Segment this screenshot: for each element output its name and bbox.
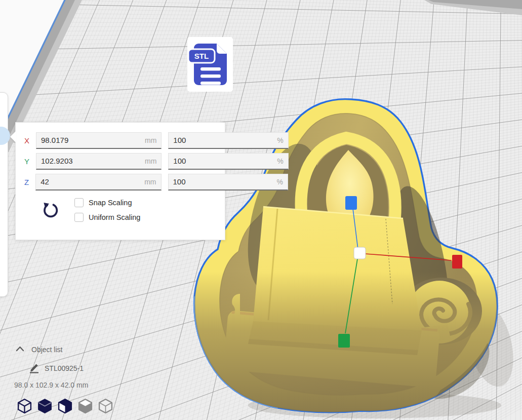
view-solid-cube-icon[interactable] [37,398,53,414]
x-percent-unit: % [277,136,283,144]
scale-row-x: X mm % [24,132,217,149]
scale-handle-y[interactable] [338,334,350,348]
stl-file-icon[interactable]: STL [187,37,233,92]
object-name[interactable]: STL00925-1 [45,364,84,372]
y-percent-input[interactable] [173,157,274,165]
scale-panel: X mm % Y mm % [15,122,225,240]
scale-row-z: Z mm % [24,173,217,190]
3d-viewport[interactable]: STL X mm % Y [0,0,522,420]
y-percent-field[interactable]: % [168,153,288,170]
view-mode-toolbar [17,398,113,414]
z-axis-label: Z [24,178,29,186]
snap-scaling-row: Snap Scaling [74,198,225,207]
uniform-scaling-label: Uniform Scaling [89,213,140,221]
chevron-up-icon[interactable] [16,346,24,352]
y-size-field[interactable]: mm [36,153,162,170]
stl-document-glyph: STL [187,37,233,92]
z-size-unit: mm [144,178,156,186]
z-percent-field[interactable]: % [168,174,288,190]
x-size-field[interactable]: mm [36,132,162,149]
x-percent-field[interactable]: % [168,132,288,149]
edit-icon[interactable] [28,362,41,374]
z-percent-input[interactable] [173,177,274,186]
y-percent-unit: % [277,157,283,165]
scale-handle-x[interactable] [452,255,462,269]
x-size-unit: mm [145,136,156,144]
view-wireframe-cube-icon[interactable] [17,398,32,414]
uniform-scaling-checkbox[interactable] [74,213,84,222]
z-percent-unit: % [277,178,283,186]
view-ghost-cube-icon[interactable] [98,398,113,414]
z-size-input[interactable] [41,177,141,186]
view-xray-cube-icon[interactable] [77,398,93,414]
reset-scale-button[interactable] [41,202,59,220]
y-axis-label: Y [24,157,29,166]
reset-scale-icon [42,202,59,219]
x-percent-input[interactable] [173,136,274,144]
scale-handle-z[interactable] [345,196,357,210]
object-dimensions: 98.0 x 102.9 x 42.0 mm [14,381,88,389]
snap-scaling-label: Snap Scaling [89,199,132,207]
uniform-scaling-row: Uniform Scaling [74,213,225,222]
x-axis-label: X [24,136,29,145]
y-size-input[interactable] [41,157,142,165]
tool-sidebar [0,92,8,297]
view-cutaway-cube-icon[interactable] [57,398,73,414]
panel-pointer-notch [10,131,16,143]
object-list-title[interactable]: Object list [31,346,62,354]
svg-text:STL: STL [194,52,209,60]
scale-handle-center[interactable] [354,247,366,259]
x-size-input[interactable] [41,136,142,144]
scale-row-y: Y mm % [24,152,217,170]
z-size-field[interactable]: mm [35,174,161,190]
y-size-unit: mm [145,157,156,165]
snap-scaling-checkbox[interactable] [74,198,84,207]
